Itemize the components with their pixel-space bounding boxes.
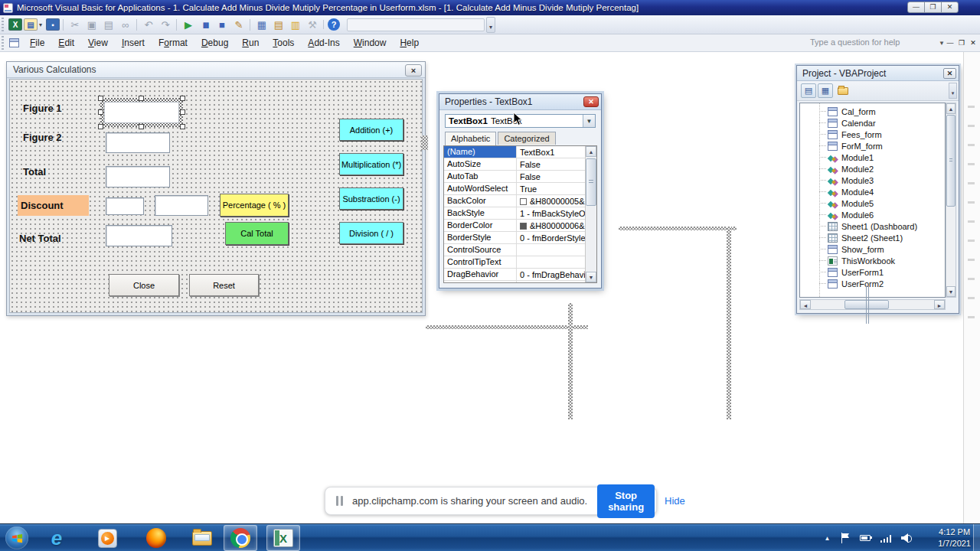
- project-tree-item[interactable]: Module2: [800, 163, 945, 174]
- menu-view[interactable]: View: [81, 35, 115, 51]
- toolbox-icon[interactable]: ⚒: [305, 18, 320, 32]
- discount-textbox-1[interactable]: [106, 197, 144, 215]
- property-row[interactable]: Enabled True: [444, 281, 585, 283]
- scroll-up-icon[interactable]: ▲: [946, 103, 956, 114]
- properties-titlebar[interactable]: Properties - TextBox1 ✕: [439, 94, 601, 110]
- taskbar-ie-icon[interactable]: e: [40, 525, 74, 551]
- resize-handle[interactable]: [98, 109, 103, 115]
- project-tree-item[interactable]: ThisWorkbook: [800, 255, 945, 266]
- substraction-button[interactable]: Substraction (-): [339, 187, 403, 210]
- properties-window-icon[interactable]: ▤: [271, 18, 286, 32]
- scrollbar-thumb[interactable]: [586, 158, 596, 206]
- mdi-restore-button[interactable]: ❐: [956, 37, 967, 48]
- resize-handle[interactable]: [180, 124, 185, 129]
- percentage-button[interactable]: Percentage ( % ): [220, 194, 289, 217]
- tab-categorized[interactable]: Categorized: [498, 132, 555, 145]
- scroll-left-icon[interactable]: ◄: [800, 300, 811, 309]
- property-row[interactable]: AutoWordSelect True: [444, 183, 585, 195]
- division-button[interactable]: Division ( / ): [339, 222, 403, 244]
- reset-icon[interactable]: ■: [214, 18, 230, 32]
- menu-debug[interactable]: Debug: [194, 35, 235, 51]
- insert-userform-dropdown[interactable]: ▾: [37, 18, 44, 32]
- reset-button[interactable]: Reset: [189, 274, 259, 296]
- project-tree-item[interactable]: Show_form: [800, 243, 945, 255]
- project-tree-item[interactable]: Cal_form: [800, 106, 945, 117]
- discount-textbox-2[interactable]: [155, 195, 208, 216]
- property-row[interactable]: AutoTab False: [444, 171, 585, 183]
- project-tree-item[interactable]: Calendar: [800, 117, 945, 129]
- design-mode-icon[interactable]: ✎: [231, 18, 247, 32]
- help-search-box[interactable]: Type a question for help: [810, 37, 933, 50]
- resize-handle[interactable]: [180, 109, 185, 115]
- tab-alphabetic[interactable]: Alphabetic: [445, 132, 496, 145]
- hide-link[interactable]: Hide: [665, 495, 685, 507]
- project-tree-item[interactable]: Module1: [800, 152, 945, 163]
- project-tree-item[interactable]: Module4: [800, 186, 945, 197]
- project-tree-item[interactable]: Module3: [800, 174, 945, 186]
- stop-sharing-button[interactable]: Stop sharing: [597, 484, 655, 518]
- net-total-textbox[interactable]: [106, 225, 172, 246]
- menu-addins[interactable]: Add-Ins: [301, 35, 346, 51]
- battery-icon[interactable]: [860, 535, 871, 541]
- property-row[interactable]: BackColor &H80000005&: [444, 195, 585, 207]
- redo-icon[interactable]: ↷: [158, 18, 173, 32]
- restore-button[interactable]: ❐: [924, 2, 942, 13]
- mdi-minimize-button[interactable]: —: [945, 37, 956, 48]
- scroll-up-icon[interactable]: ▲: [586, 146, 596, 157]
- project-tree-item[interactable]: Sheet1 (Dashboard): [800, 220, 945, 232]
- help-icon[interactable]: ?: [328, 18, 340, 31]
- break-icon[interactable]: ▮▮: [198, 18, 213, 32]
- property-row[interactable]: ControlSource: [444, 244, 585, 256]
- find-icon[interactable]: ∞: [118, 18, 133, 32]
- save-icon[interactable]: ▪: [46, 18, 60, 31]
- menu-help[interactable]: Help: [393, 35, 426, 51]
- network-signal-icon[interactable]: [880, 534, 892, 543]
- userform-close-icon[interactable]: ×: [405, 64, 422, 77]
- resize-handle[interactable]: [139, 124, 144, 129]
- project-tree-item[interactable]: ForM_form: [800, 140, 945, 152]
- close-button[interactable]: ✕: [941, 2, 959, 13]
- resize-handle[interactable]: [139, 96, 144, 101]
- userform-titlebar[interactable]: Various Calculations ×: [7, 62, 425, 78]
- project-hscrollbar[interactable]: ◄ ►: [799, 299, 946, 310]
- view-code-icon[interactable]: ▤: [801, 83, 816, 98]
- taskbar-firefox-icon[interactable]: [139, 525, 173, 551]
- insert-userform-icon[interactable]: ▤: [24, 18, 38, 31]
- close-form-button[interactable]: Close: [109, 274, 179, 296]
- mdi-close-button[interactable]: ✕: [968, 37, 978, 48]
- toolbar-grip[interactable]: [2, 18, 5, 31]
- property-row[interactable]: AutoSize False: [444, 158, 585, 171]
- view-excel-icon[interactable]: X: [8, 18, 22, 31]
- menu-window[interactable]: Window: [347, 35, 394, 51]
- combo-dropdown-icon[interactable]: ▼: [583, 115, 595, 127]
- resize-handle[interactable]: [98, 96, 103, 101]
- properties-scrollbar[interactable]: ▲ ▼: [585, 146, 596, 282]
- menu-file[interactable]: File: [23, 35, 51, 51]
- run-icon[interactable]: ▶: [181, 18, 196, 32]
- project-toolbar-overflow[interactable]: ▾: [949, 83, 957, 99]
- menubar-grip[interactable]: [2, 36, 5, 50]
- taskbar-explorer-icon[interactable]: [185, 525, 219, 551]
- scroll-down-icon[interactable]: ▼: [946, 286, 956, 297]
- action-center-flag-icon[interactable]: [841, 533, 850, 543]
- taskbar-media-player-icon[interactable]: ▶: [90, 525, 124, 551]
- menu-format[interactable]: Format: [152, 35, 194, 51]
- figure2-textbox[interactable]: [106, 132, 170, 153]
- form-resize-handle[interactable]: [421, 135, 428, 150]
- taskbar-excel-icon[interactable]: X: [266, 525, 300, 551]
- minimize-button[interactable]: —: [907, 2, 925, 13]
- project-tree-item[interactable]: UserForm2: [800, 278, 945, 289]
- undo-icon[interactable]: ↶: [141, 18, 156, 32]
- property-row[interactable]: DragBehavior 0 - fmDragBehavio: [444, 269, 585, 281]
- taskbar-chrome-icon[interactable]: [224, 525, 257, 551]
- userform-canvas[interactable]: Figure 1 Figure 2 Total Discount: [9, 79, 423, 313]
- project-titlebar[interactable]: Project - VBAProject ✕: [797, 66, 959, 81]
- property-row[interactable]: BorderStyle 0 - fmBorderStyleN: [444, 232, 585, 244]
- show-desktop-button[interactable]: [973, 524, 980, 551]
- project-tree-item[interactable]: Fees_form: [800, 129, 945, 140]
- property-row[interactable]: BorderColor &H80000006&: [444, 220, 585, 232]
- toggle-folders-icon[interactable]: [838, 87, 848, 95]
- textbox1-selected[interactable]: [100, 98, 183, 127]
- taskbar-clock[interactable]: 4:12 PM 1/7/2021: [938, 527, 971, 549]
- project-tree-item[interactable]: Module6: [800, 209, 945, 220]
